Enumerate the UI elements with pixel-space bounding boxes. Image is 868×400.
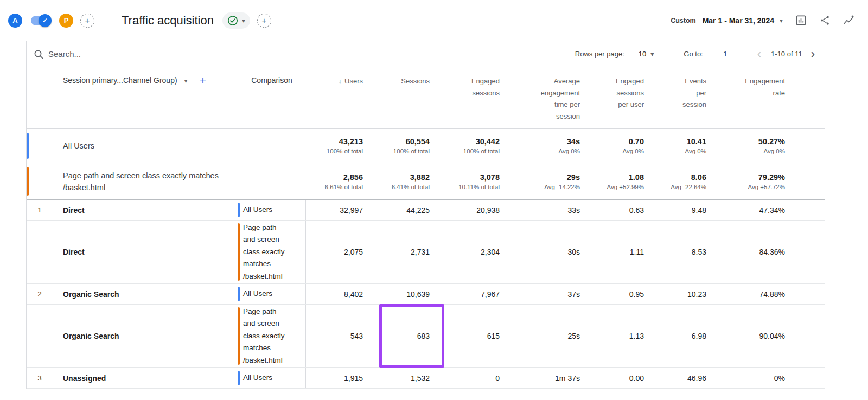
metric-cell: 46.96 bbox=[649, 368, 712, 388]
metric-cell: 3,8826.41% of total bbox=[368, 163, 435, 199]
comparison-cell: Page path and screen class exactly match… bbox=[238, 305, 306, 367]
metric-value: 2,856 bbox=[343, 173, 363, 182]
comparison-chip-a[interactable]: A bbox=[8, 14, 22, 28]
metric-value: 29s bbox=[567, 173, 580, 182]
metric-cell: 0 bbox=[435, 368, 505, 388]
report-status-badge[interactable]: ▾ bbox=[222, 12, 250, 29]
metric-cell: 50.27%Avg 0% bbox=[712, 129, 790, 163]
metric-subvalue: Avg 0% bbox=[685, 148, 706, 154]
column-header-label: Users bbox=[344, 75, 363, 87]
rows-per-page-select[interactable]: 10 ▾ bbox=[639, 50, 654, 58]
table-row: Organic SearchPage path and screen class… bbox=[27, 305, 825, 368]
metric-cell: 1,532 bbox=[368, 368, 435, 388]
table-header-row: Session primary...Channel Group) ▾ + Com… bbox=[27, 67, 825, 129]
metric-subvalue: Avg -22.64% bbox=[671, 184, 706, 190]
column-header[interactable]: Engaged sessions per user bbox=[585, 67, 649, 128]
metric-cell: 1.08Avg +52.99% bbox=[585, 163, 649, 199]
table-row: 2Organic SearchAll Users8,40210,6397,967… bbox=[27, 284, 825, 305]
column-header[interactable]: Average engagement time per session bbox=[505, 67, 585, 128]
metric-cell: 37s bbox=[505, 284, 585, 304]
column-header[interactable]: Sessions bbox=[368, 67, 435, 128]
insights-icon[interactable] bbox=[843, 14, 855, 27]
goto-page-input[interactable] bbox=[716, 50, 735, 58]
previous-page-button[interactable]: ‹ bbox=[755, 48, 763, 60]
table-toolbar: Rows per page: 10 ▾ Go to: ‹ 1-10 of 11 … bbox=[27, 41, 825, 67]
add-comparison-button[interactable]: + bbox=[80, 14, 94, 28]
comparison-cell: All Users bbox=[238, 368, 306, 388]
summary-label: Page path and screen class exactly match… bbox=[27, 163, 306, 199]
metric-cell: 32,997 bbox=[306, 200, 368, 220]
metric-value: 0.70 bbox=[629, 137, 644, 146]
share-icon[interactable] bbox=[819, 15, 831, 26]
metric-cell: 0.00 bbox=[585, 368, 649, 388]
column-header-label: Engaged sessions per user bbox=[616, 75, 644, 111]
column-header[interactable]: Engaged sessions bbox=[435, 67, 505, 128]
metric-cell: 615 bbox=[435, 305, 505, 367]
metric-cell: 10.23 bbox=[649, 284, 712, 304]
metric-cell: 6.98 bbox=[649, 305, 712, 367]
comparison-accent-bar bbox=[238, 287, 240, 301]
column-header[interactable]: ↓Users bbox=[306, 67, 368, 128]
comparison-accent-bar bbox=[238, 203, 240, 217]
metric-value: 3,078 bbox=[480, 173, 500, 182]
detail-rows: 1DirectAll Users32,99744,22520,93833s0.6… bbox=[27, 200, 825, 389]
channel-name: Direct bbox=[53, 221, 238, 283]
metric-cell: 33s bbox=[505, 200, 585, 220]
metric-cell: 30s bbox=[505, 221, 585, 283]
metric-cell: 0.63 bbox=[585, 200, 649, 220]
comparison-label: Page path and screen class exactly match… bbox=[238, 306, 285, 366]
date-range-selector[interactable]: Mar 1 - Mar 31, 2024 bbox=[703, 16, 774, 25]
check-icon: ✓ bbox=[42, 17, 48, 24]
report-table-card: Rows per page: 10 ▾ Go to: ‹ 1-10 of 11 … bbox=[26, 41, 825, 389]
metric-cell: 9.48 bbox=[649, 200, 712, 220]
customize-report-icon[interactable] bbox=[795, 14, 807, 27]
date-preset-label: Custom bbox=[671, 17, 696, 24]
row-index bbox=[27, 305, 53, 367]
channel-name: Organic Search bbox=[53, 305, 238, 367]
add-dimension-button[interactable]: + bbox=[200, 75, 206, 85]
metric-value: 30,442 bbox=[476, 137, 500, 146]
dimension-dropdown[interactable]: Session primary...Channel Group) ▾ + bbox=[27, 67, 238, 128]
metric-cell: 44,225 bbox=[368, 200, 435, 220]
metric-cell: 8.53 bbox=[649, 221, 712, 283]
channel-name: Organic Search bbox=[53, 284, 238, 304]
metric-subvalue: Avg 0% bbox=[559, 148, 580, 154]
metric-value: 34s bbox=[567, 137, 580, 146]
rows-per-page-label: Rows per page: bbox=[575, 50, 624, 58]
comparison-label: All Users bbox=[238, 372, 272, 384]
metric-cell: 2,075 bbox=[306, 221, 368, 283]
next-page-button[interactable]: › bbox=[809, 48, 817, 60]
column-header-label: Average engagement time per session bbox=[541, 75, 580, 122]
search-icon[interactable] bbox=[33, 49, 44, 60]
comparison-accent-bar bbox=[238, 223, 240, 281]
all-users-toggle[interactable]: ✓ bbox=[31, 16, 50, 25]
app-header: A ✓ P + Traffic acquisition ▾ + Custom M… bbox=[0, 0, 868, 41]
metric-cell: 30,442100% of total bbox=[435, 129, 505, 163]
metric-cell: 1.11 bbox=[585, 221, 649, 283]
chevron-down-icon: ▾ bbox=[780, 17, 783, 24]
metric-cell: 90.04% bbox=[712, 305, 790, 367]
comparison-cell: Page path and screen class exactly match… bbox=[238, 221, 306, 283]
metric-value: 1.08 bbox=[629, 173, 644, 182]
metric-value: 79.29% bbox=[758, 173, 785, 182]
search-input[interactable] bbox=[48, 49, 222, 59]
column-header[interactable]: Engagement rate bbox=[712, 67, 790, 128]
table-row: 3UnassignedAll Users1,9151,53201m 37s0.0… bbox=[27, 368, 825, 389]
row-index bbox=[27, 221, 53, 283]
comparison-label: Page path and screen class exactly match… bbox=[238, 222, 285, 282]
metric-cell: 29sAvg -14.22% bbox=[505, 163, 585, 199]
summary-row: Page path and screen class exactly match… bbox=[27, 163, 825, 200]
row-index: 3 bbox=[27, 368, 53, 388]
metric-cell: 3,07810.11% of total bbox=[435, 163, 505, 199]
metric-cell: 25s bbox=[505, 305, 585, 367]
row-index: 2 bbox=[27, 284, 53, 304]
metric-cell: 20,938 bbox=[435, 200, 505, 220]
column-header[interactable]: Events per session bbox=[649, 67, 712, 128]
goto-label: Go to: bbox=[684, 50, 703, 58]
add-report-tab-button[interactable]: + bbox=[257, 14, 271, 28]
channel-name: Unassigned bbox=[53, 368, 238, 388]
metric-cell: 84.36% bbox=[712, 221, 790, 283]
metric-cell: 8.06Avg -22.64% bbox=[649, 163, 712, 199]
column-header-label: Engaged sessions bbox=[471, 75, 500, 99]
comparison-chip-p[interactable]: P bbox=[59, 14, 73, 28]
